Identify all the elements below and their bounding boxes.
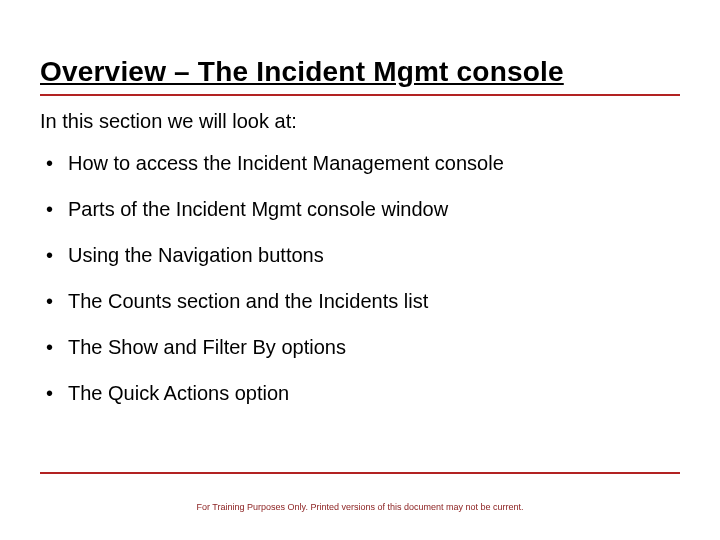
list-item: The Show and Filter By options	[40, 335, 680, 381]
title-divider	[40, 94, 680, 96]
list-item: Parts of the Incident Mgmt console windo…	[40, 197, 680, 243]
intro-text: In this section we will look at:	[40, 110, 680, 133]
footer-text: For Training Purposes Only. Printed vers…	[0, 502, 720, 512]
list-item: How to access the Incident Management co…	[40, 151, 680, 197]
bullet-list: How to access the Incident Management co…	[40, 151, 680, 427]
list-item: The Quick Actions option	[40, 381, 680, 427]
list-item: The Counts section and the Incidents lis…	[40, 289, 680, 335]
slide: Overview – The Incident Mgmt console In …	[0, 0, 720, 540]
page-title: Overview – The Incident Mgmt console	[40, 56, 680, 88]
footer-divider	[40, 472, 680, 474]
list-item: Using the Navigation buttons	[40, 243, 680, 289]
